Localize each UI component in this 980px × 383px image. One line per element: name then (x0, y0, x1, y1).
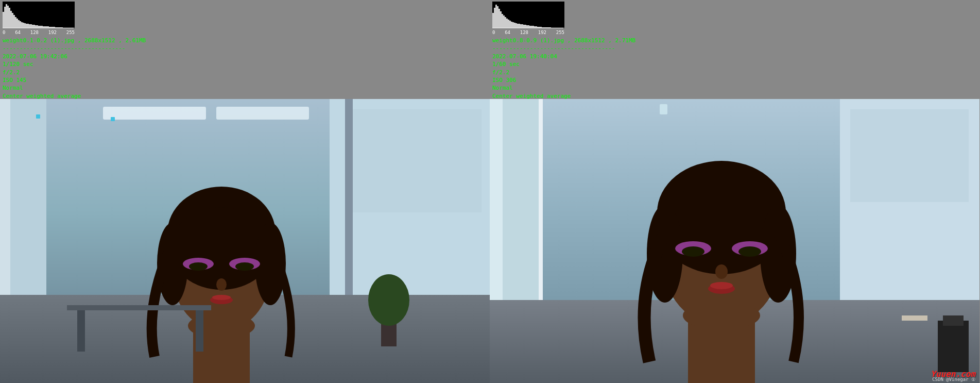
right-panel: 0 64 128 192 255 weight0.8-0.9 (1).jpg ,… (490, 0, 979, 383)
svg-rect-90 (509, 21, 511, 28)
svg-rect-85 (502, 14, 503, 28)
svg-rect-2 (6, 4, 7, 28)
svg-point-70 (216, 278, 227, 291)
svg-rect-108 (537, 27, 539, 28)
right-aperture: f/2.2 (492, 69, 977, 76)
svg-rect-12 (21, 22, 23, 28)
svg-point-69 (235, 262, 254, 271)
right-axis-label-64: 64 (505, 30, 510, 35)
svg-point-151 (683, 301, 760, 330)
svg-point-148 (715, 264, 728, 279)
left-dashes: ------------------------------------ (3, 44, 487, 52)
svg-rect-109 (539, 27, 540, 28)
svg-rect-133 (850, 109, 969, 202)
svg-rect-29 (47, 26, 49, 28)
svg-point-75 (368, 274, 409, 326)
right-axis-label-255: 255 (556, 30, 564, 35)
svg-rect-0 (3, 12, 4, 28)
svg-rect-93 (514, 23, 515, 28)
svg-point-150 (710, 282, 733, 289)
left-info-area: 0 64 128 192 255 weight0.1-0.2 (1).jpg ,… (0, 0, 490, 99)
axis-label-128: 128 (30, 30, 39, 35)
right-filename: weight0.8-0.9 (1).jpg , 2688x1512 , 2.71… (492, 37, 977, 44)
axis-label-255: 255 (66, 30, 75, 35)
svg-rect-92 (512, 22, 514, 28)
svg-rect-57 (345, 99, 353, 295)
svg-rect-81 (495, 5, 497, 28)
right-histogram-axis: 0 64 128 192 255 (492, 30, 564, 35)
left-image (0, 99, 490, 383)
right-wb: Normal (492, 84, 977, 92)
svg-rect-7 (13, 15, 15, 28)
svg-rect-110 (540, 27, 542, 28)
svg-rect-107 (536, 26, 537, 28)
svg-rect-15 (26, 24, 27, 28)
right-shutter: 1/60 sec (492, 60, 977, 68)
svg-point-68 (189, 262, 208, 271)
svg-rect-10 (18, 20, 20, 28)
left-histogram (3, 2, 75, 28)
right-axis-label-128: 128 (520, 30, 528, 35)
svg-rect-5 (10, 11, 12, 28)
right-date: 2022-07-06 19:40:04 (492, 53, 977, 60)
svg-rect-87 (505, 17, 506, 28)
svg-rect-82 (497, 6, 498, 28)
svg-rect-130 (660, 104, 667, 114)
svg-rect-106 (534, 26, 536, 28)
svg-rect-54 (111, 117, 115, 121)
left-panel: 0 64 128 192 255 weight0.1-0.2 (1).jpg ,… (0, 0, 490, 383)
left-shutter: 1/120 sec (3, 60, 487, 68)
svg-rect-6 (12, 13, 13, 28)
axis-label-64: 64 (15, 30, 21, 35)
right-dashes: ------------------------------------ (492, 44, 977, 52)
svg-rect-84 (500, 11, 502, 28)
svg-rect-4 (9, 8, 10, 28)
svg-rect-14 (24, 23, 26, 28)
svg-rect-95 (517, 24, 519, 28)
credit-text: CSDN @Vinegar ① (932, 377, 975, 382)
svg-rect-9 (16, 19, 18, 28)
svg-rect-83 (498, 9, 500, 28)
left-date: 2022-07-06 19:42:06 (3, 53, 487, 60)
svg-rect-89 (508, 20, 509, 28)
svg-rect-8 (15, 17, 16, 28)
svg-rect-76 (67, 305, 211, 310)
right-image: Yuuen.com CSDN @Vinegar ① (490, 99, 979, 383)
svg-rect-53 (36, 114, 40, 119)
svg-rect-96 (519, 24, 520, 28)
left-histogram-axis: 0 64 128 192 255 (3, 30, 75, 35)
svg-rect-136 (943, 315, 964, 326)
svg-rect-88 (506, 19, 508, 28)
left-aperture: f/2.2 (3, 69, 487, 76)
svg-rect-77 (77, 310, 85, 352)
svg-rect-13 (23, 23, 24, 28)
svg-rect-91 (511, 22, 512, 28)
svg-rect-78 (196, 310, 203, 352)
left-wb: Normal (3, 84, 487, 92)
left-scene-svg (0, 99, 490, 383)
svg-rect-26 (43, 26, 44, 28)
right-iso: ISO 306 (492, 76, 977, 84)
svg-rect-86 (503, 15, 505, 28)
axis-label-192: 192 (48, 30, 57, 35)
right-histogram (492, 2, 564, 28)
right-scene-svg (490, 99, 979, 383)
axis-label-0: 0 (3, 30, 5, 35)
right-axis-label-0: 0 (492, 30, 495, 35)
left-iso: ISO 145 (3, 76, 487, 84)
svg-rect-80 (494, 8, 495, 28)
svg-rect-28 (46, 26, 47, 28)
right-info-area: 0 64 128 192 255 weight0.8-0.9 (1).jpg ,… (490, 0, 979, 99)
svg-rect-31 (50, 27, 52, 28)
svg-rect-32 (52, 27, 54, 28)
svg-rect-94 (515, 23, 517, 28)
svg-rect-58 (353, 109, 482, 212)
svg-rect-11 (20, 21, 21, 28)
svg-rect-3 (7, 6, 9, 28)
svg-point-146 (682, 246, 704, 257)
svg-rect-27 (44, 26, 46, 28)
left-filename: weight0.1-0.2 (1).jpg , 2688x1512 , 2.61… (3, 37, 487, 44)
svg-rect-1 (4, 7, 6, 28)
right-axis-label-192: 192 (538, 30, 546, 35)
svg-rect-30 (49, 27, 50, 28)
